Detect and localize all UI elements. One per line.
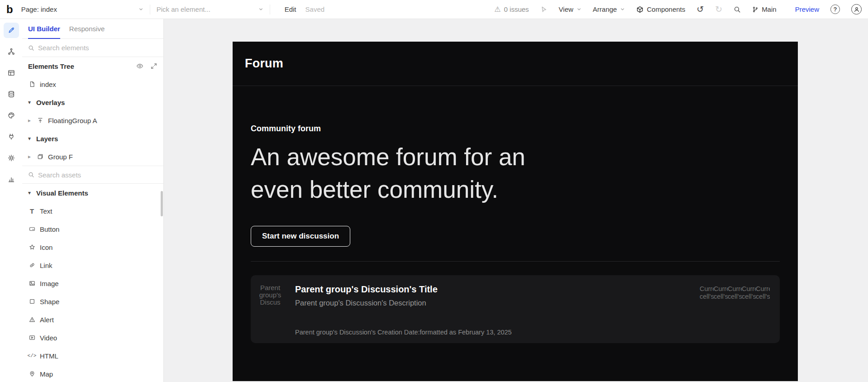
element-item-map[interactable]: Map [22,365,163,382]
search-elements-input[interactable] [38,44,157,52]
left-rail [0,19,22,382]
element-item-label: HTML [40,352,58,360]
bubble-logo[interactable]: b [6,4,13,15]
eye-icon[interactable] [136,62,143,70]
separator [270,5,270,14]
page-preview-header[interactable]: Forum [233,42,798,86]
canvas[interactable]: Forum Community forum An awesome forum f… [164,19,868,382]
element-item-label: Alert [40,316,54,324]
hero-section: Community forum An awesome forum for an … [233,124,798,343]
hero-heading[interactable]: An awesome forum for an even better comm… [251,141,558,206]
components-cube-icon [636,6,644,13]
discussion-description[interactable]: Parent group's Discussion's Description [295,299,700,307]
arrange-menu[interactable]: Arrange [593,5,625,13]
search-elements-row [22,39,163,57]
avatar-placeholder[interactable]: Current cell's [728,285,742,301]
tab-ui-builder[interactable]: UI Builder [28,19,60,38]
avatar-placeholder[interactable]: Current cell's [756,285,770,301]
components-button[interactable]: Components [636,5,685,13]
rail-item-logs[interactable] [4,172,19,187]
element-item-button[interactable]: Button [22,220,163,238]
element-item-link[interactable]: Link [22,256,163,274]
discussion-title[interactable]: Parent group's Discussion's Title [295,284,700,295]
chevron-down-icon[interactable]: ▾ [28,99,36,105]
element-item-html[interactable]: </> HTML [22,347,163,365]
redo-icon[interactable]: ↻ [715,5,722,14]
avatar-placeholder[interactable]: Current cell's [700,285,714,301]
pencil-icon [8,27,15,34]
avatar-placeholder[interactable]: Current cell's [742,285,756,301]
tree-section-overlays[interactable]: ▾ Overlays [22,93,163,111]
rail-item-data[interactable] [4,86,19,102]
tree-item-floatinggroup[interactable]: ▸ FloatingGroup A [22,111,163,129]
rail-item-settings[interactable] [4,150,19,166]
expand-diagonal-icon[interactable] [150,62,157,70]
link-icon [29,262,35,268]
tree-section-layers[interactable]: ▾ Layers [22,129,163,148]
user-avatar[interactable] [851,4,862,14]
element-item-image[interactable]: Image [22,274,163,292]
search-icon[interactable] [734,6,741,13]
element-item-icon[interactable]: Icon [22,238,163,256]
button-icon [29,226,35,232]
chevron-right-icon[interactable]: ▸ [28,153,36,160]
chevron-down-icon[interactable]: ▾ [28,135,36,142]
rail-item-plugins[interactable] [4,129,19,144]
view-menu[interactable]: View [559,5,582,13]
discussion-avatars[interactable]: Current cell's Current cell's Current ce… [700,285,770,336]
search-icon [28,172,34,178]
left-panel: UI Builder Responsive Elements Tree inde… [22,19,164,382]
element-item-label: Text [40,207,52,215]
main-area: UI Builder Responsive Elements Tree inde… [0,19,868,382]
element-item-alert[interactable]: Alert [22,310,163,329]
image-icon [29,280,35,286]
warning-icon: ⚠ [494,6,501,13]
search-assets-row [22,166,163,184]
rail-item-styles[interactable] [4,108,19,123]
tab-responsive[interactable]: Responsive [69,19,105,38]
issues-indicator[interactable]: ⚠ 0 issues [494,5,529,13]
element-picker[interactable]: Pick an element... [153,0,267,19]
panel-scrollbar[interactable] [161,191,163,216]
undo-icon[interactable]: ↺ [696,5,704,14]
discussion-card[interactable]: Parent group's Discus Parent group's Dis… [251,275,780,343]
rail-item-ui-builder[interactable] [4,23,19,38]
avatar-placeholder[interactable]: Current cell's [714,285,728,301]
element-item-label: Button [40,225,59,233]
cursor-tool-icon[interactable] [540,6,548,13]
html-code-icon: </> [28,353,37,358]
element-item-label: Map [40,370,53,378]
element-item-shape[interactable]: Shape [22,292,163,310]
start-discussion-button[interactable]: Start new discussion [251,226,350,247]
app-window: b Page: index Pick an element... Edit Sa… [0,0,868,382]
page-selector[interactable]: Page: index [18,0,147,19]
view-menu-label: View [559,5,573,13]
discussion-image-placeholder[interactable]: Parent group's Discus [257,284,283,313]
rail-item-workflows[interactable] [4,44,19,59]
discussion-date[interactable]: Parent group's Discussion's Creation Dat… [295,329,700,336]
save-status: Saved [305,5,325,13]
preview-button[interactable]: Preview [795,5,819,13]
hero-divider [251,261,780,262]
chevron-down-icon[interactable]: ▾ [28,190,36,196]
element-item-label: Link [40,262,52,269]
tree-item-index[interactable]: index [22,75,163,93]
page-preview[interactable]: Forum Community forum An awesome forum f… [233,42,798,381]
help-icon[interactable]: ? [830,5,840,14]
components-label: Components [647,5,685,13]
arrange-menu-label: Arrange [593,5,617,13]
panel-tabs: UI Builder Responsive [22,19,163,39]
edit-mode-label[interactable]: Edit [285,5,296,13]
branch-selector[interactable]: Main [752,5,777,13]
hero-eyebrow[interactable]: Community forum [251,124,780,134]
tree-item-group-f[interactable]: ▸ Group F [22,148,163,166]
chevron-right-icon[interactable]: ▸ [28,117,36,124]
search-assets-input[interactable] [38,171,157,179]
element-item-text[interactable]: T Text [22,202,163,220]
visual-elements-header[interactable]: ▾ Visual Elements [22,184,163,202]
forum-title[interactable]: Forum [245,57,283,71]
element-item-video[interactable]: Video [22,329,163,347]
search-icon [28,45,34,51]
rail-item-layout[interactable] [4,65,19,81]
tree-item-label: Group F [48,153,73,161]
